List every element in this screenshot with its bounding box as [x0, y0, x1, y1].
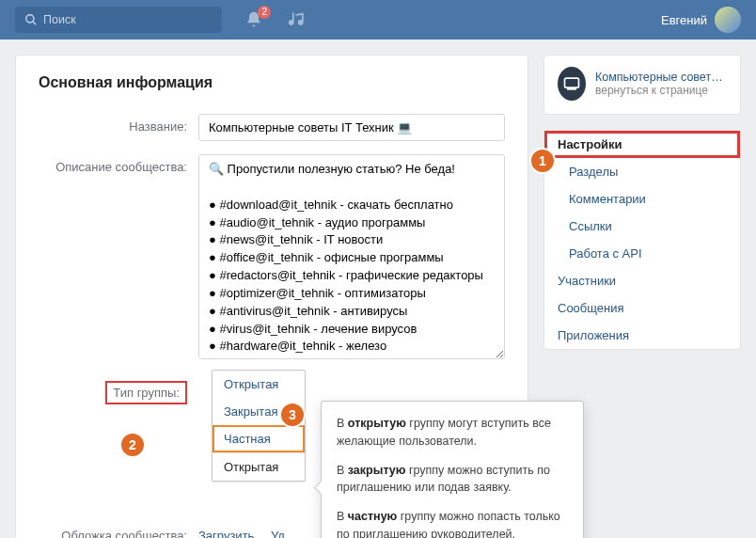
username: Евгений	[661, 13, 707, 27]
avatar	[715, 7, 741, 33]
menu-settings[interactable]: Настройки	[544, 131, 740, 158]
menu-links[interactable]: Ссылки	[544, 213, 740, 240]
notif-badge: 2	[258, 6, 271, 19]
search-icon	[24, 13, 38, 26]
cover-label: Обложка сообщества:	[39, 523, 198, 538]
type-option-private[interactable]: Частная	[213, 425, 305, 452]
name-input[interactable]	[198, 114, 505, 141]
page-title: Основная информация	[39, 74, 505, 91]
type-option-open[interactable]: Открытая	[213, 371, 305, 398]
annotation-1: 1	[529, 148, 556, 174]
svg-rect-2	[565, 78, 579, 87]
cover-delete-link[interactable]: Уд	[271, 529, 285, 538]
menu-api[interactable]: Работа с API	[544, 240, 740, 267]
menu-messages[interactable]: Сообщения	[544, 294, 740, 322]
type-help-popover: В открытую группу могут вступить все жел…	[321, 401, 584, 538]
desc-textarea[interactable]: 🔍 Пропустили полезную статью? Не беда! ●…	[198, 154, 505, 359]
annotation-3: 3	[279, 402, 306, 428]
user-menu[interactable]: Евгений	[661, 7, 741, 33]
menu-members[interactable]: Участники	[544, 267, 740, 294]
svg-point-0	[26, 15, 34, 23]
notifications-icon[interactable]: 2	[244, 10, 263, 29]
music-icon[interactable]	[288, 10, 307, 29]
desc-label: Описание сообщества:	[39, 154, 198, 174]
search-wrap[interactable]	[15, 7, 222, 33]
cover-upload-link[interactable]: Загрузить	[198, 529, 254, 538]
menu-sections[interactable]: Разделы	[544, 158, 740, 185]
type-label: Тип группы:	[105, 381, 187, 404]
group-name: Компьютерные советы I…	[595, 71, 727, 84]
group-back-link[interactable]: вернуться к странице	[595, 84, 727, 97]
name-label: Название:	[39, 114, 198, 134]
type-selected-display[interactable]: Открытая	[213, 452, 305, 481]
annotation-2: 2	[119, 432, 146, 458]
svg-line-1	[33, 22, 36, 24]
search-input[interactable]	[43, 13, 213, 26]
menu-apps[interactable]: Приложения	[544, 322, 740, 349]
group-avatar	[558, 67, 586, 101]
svg-rect-3	[567, 88, 576, 90]
menu-comments[interactable]: Комментарии	[544, 185, 740, 213]
group-card[interactable]: Компьютерные советы I… вернуться к стран…	[543, 55, 741, 115]
